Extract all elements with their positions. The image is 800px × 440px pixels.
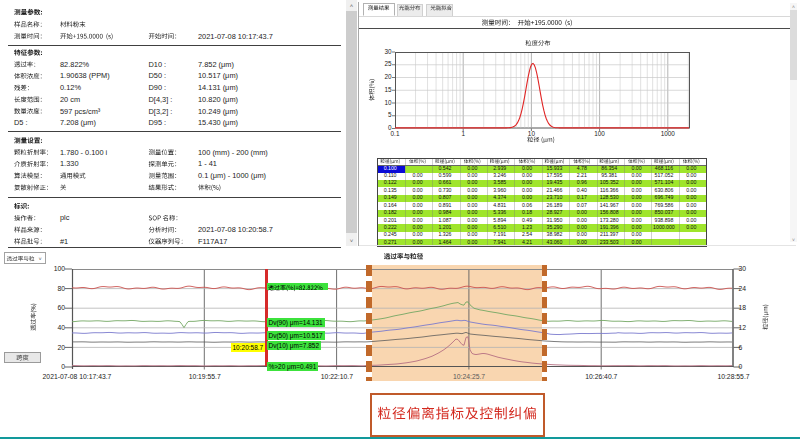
svg-text:10: 10 <box>384 99 392 106</box>
svg-text:0: 0 <box>61 363 65 370</box>
svg-text:2021-07-08 10:17:43.7: 2021-07-08 10:17:43.7 <box>43 373 112 380</box>
svg-text:D95 :: D95 : <box>149 118 167 127</box>
svg-text:10:26:40.7: 10:26:40.7 <box>585 373 617 380</box>
svg-text:15.430 (μm): 15.430 (μm) <box>198 118 238 127</box>
svg-text:10.249 (μm): 10.249 (μm) <box>198 107 238 116</box>
svg-text:597 pcs/cm³: 597 pcs/cm³ <box>60 107 101 116</box>
svg-text:100: 100 <box>54 265 66 272</box>
svg-text:10.820 (μm): 10.820 (μm) <box>198 95 238 104</box>
svg-text:100: 100 <box>594 130 605 137</box>
svg-text:0: 0 <box>388 124 392 131</box>
svg-text:2021-07-08 10:20:58.7: 2021-07-08 10:20:58.7 <box>198 225 273 234</box>
svg-text:20 cm: 20 cm <box>60 95 80 104</box>
svg-text:0.12%: 0.12% <box>60 83 81 92</box>
svg-text:D50 :: D50 : <box>149 71 167 80</box>
svg-text:#1: #1 <box>60 237 68 246</box>
svg-text:D[4,3] :: D[4,3] : <box>149 95 173 104</box>
svg-text:0.1 (μm) - 1000 (μm): 0.1 (μm) - 1000 (μm) <box>198 171 266 180</box>
svg-text:30: 30 <box>384 48 392 55</box>
svg-text:15: 15 <box>384 86 392 93</box>
svg-text:10: 10 <box>528 130 536 137</box>
svg-text:10:28:55.7: 10:28:55.7 <box>717 373 749 380</box>
svg-text:D[3,2] :: D[3,2] : <box>149 107 173 116</box>
svg-text:25: 25 <box>384 60 392 67</box>
svg-text:10:22:10.7: 10:22:10.7 <box>321 373 353 380</box>
svg-text:1 - 41: 1 - 41 <box>198 159 217 168</box>
svg-text:D10 :: D10 : <box>149 60 167 69</box>
svg-text:7.852 (μm): 7.852 (μm) <box>198 60 234 69</box>
svg-text:D90 :: D90 : <box>149 83 167 92</box>
svg-text:7.208 (μm): 7.208 (μm) <box>60 118 96 127</box>
svg-text:80: 80 <box>57 285 65 292</box>
svg-text:1.780 - 0.100 i: 1.780 - 0.100 i <box>60 148 108 157</box>
svg-text:plc: plc <box>60 213 70 222</box>
svg-text:100 (mm) - 200 (mm): 100 (mm) - 200 (mm) <box>198 148 268 157</box>
svg-text:10.517 (μm): 10.517 (μm) <box>198 71 238 80</box>
svg-text:2021-07-08 10:17:43.7: 2021-07-08 10:17:43.7 <box>198 32 273 41</box>
svg-text:1.330: 1.330 <box>60 159 79 168</box>
svg-text:40: 40 <box>57 324 65 331</box>
svg-text:20: 20 <box>57 344 65 351</box>
svg-text:D5 :: D5 : <box>14 118 28 127</box>
svg-text:F117A17: F117A17 <box>198 237 227 246</box>
svg-text:82.822%: 82.822% <box>60 60 90 69</box>
svg-text:1: 1 <box>461 130 465 137</box>
svg-text:0.1: 0.1 <box>391 130 400 137</box>
svg-text:1.90638 (PPM): 1.90638 (PPM) <box>60 71 110 80</box>
svg-text:60: 60 <box>57 304 65 311</box>
svg-text:1000: 1000 <box>661 130 676 137</box>
svg-text:10:19:55.7: 10:19:55.7 <box>189 373 221 380</box>
svg-text:14.131 (μm): 14.131 (μm) <box>198 83 238 92</box>
svg-text:5: 5 <box>388 111 392 118</box>
svg-text:20: 20 <box>384 73 392 80</box>
